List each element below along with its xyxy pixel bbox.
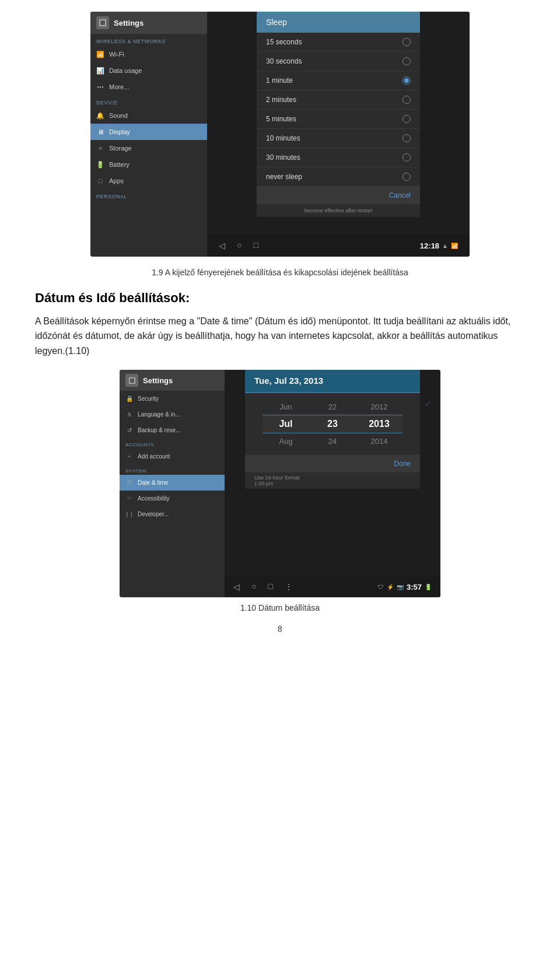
sidebar-apps-label: Apps [109, 177, 124, 184]
page-container: Settings WIRELESS & NETWORKS 📶 Wi-Fi 📊 D… [0, 0, 560, 668]
nav-icons-2: 🛡 ⚡ 📷 3:57 🔋 [378, 583, 432, 591]
nav-bar-2: ◁ ○ □ ⋮ 🛡 ⚡ 📷 3:57 🔋 [225, 576, 440, 597]
sidebar-item-sound[interactable]: 🔔 Sound [90, 107, 207, 124]
day-column[interactable]: 22 23 24 [309, 399, 356, 449]
accessibility-icon: ☞ [125, 495, 133, 502]
settings-sidebar-1: Settings WIRELESS & NETWORKS 📶 Wi-Fi 📊 D… [90, 12, 207, 257]
date-picker-footer: Done [245, 455, 420, 472]
android-screenshot-2: Settings 🔒 Security A Language & in... ↺… [120, 370, 440, 597]
menu-button-2[interactable]: ⋮ [285, 582, 293, 592]
day-next: 24 [309, 433, 356, 449]
sidebar-item-storage[interactable]: ≡ Storage [90, 140, 207, 156]
year-column[interactable]: 2012 2013 2014 [356, 399, 402, 449]
nav-left-buttons-2: ◁ ○ □ ⋮ [233, 582, 293, 592]
sleep-radio-15s [402, 38, 411, 46]
sidebar-item-wifi[interactable]: 📶 Wi-Fi [90, 46, 207, 62]
sidebar-item-language[interactable]: A Language & in... [120, 407, 225, 422]
sidebar-battery-label: Battery [109, 161, 130, 168]
settings-title-1: Settings [114, 19, 144, 27]
sleep-option-30s[interactable]: 30 seconds [257, 52, 420, 71]
day-curr: 23 [309, 415, 356, 433]
sleep-radio-10m [402, 134, 411, 142]
recents-button-2[interactable]: □ [268, 582, 272, 592]
sidebar-display-label: Display [109, 128, 130, 135]
home-button-2[interactable]: ○ [251, 582, 256, 592]
sidebar-item-backup[interactable]: ↺ Backup & rese... [120, 422, 225, 438]
month-column[interactable]: Jun Jul Aug [262, 399, 309, 449]
sidebar-more-label: More... [109, 83, 129, 90]
back-button-2[interactable]: ◁ [233, 582, 240, 592]
year-curr: 2013 [356, 415, 402, 433]
sleep-radio-2m [402, 96, 411, 104]
date-done-button[interactable]: Done [394, 460, 411, 468]
sidebar-item-battery[interactable]: 🔋 Battery [90, 156, 207, 173]
sidebar-item-datetime[interactable]: ⏱ Date & time [120, 475, 225, 491]
nav-time-1: 12:18 [420, 241, 439, 250]
sidebar-accessibility-label: Accessibility [138, 495, 169, 502]
sidebar-security-label: Security [138, 395, 159, 402]
sidebar-wifi-label: Wi-Fi [109, 51, 124, 58]
battery-status-icon: 🔋 [425, 584, 432, 590]
sleep-dialog-box: Sleep 15 seconds 30 seconds 1 minute [257, 12, 420, 217]
sidebar-item-add-account[interactable]: + Add account [120, 449, 225, 464]
sidebar-item-apps[interactable]: □ Apps [90, 173, 207, 189]
wifi-icon: 📶 [96, 50, 104, 58]
nav-left-buttons-1: ◁ ○ □ [219, 241, 258, 251]
sleep-option-30m[interactable]: 30 minutes [257, 148, 420, 167]
sleep-option-never[interactable]: never sleep [257, 167, 420, 187]
backup-icon: ↺ [125, 426, 133, 434]
settings-main-1: Sleep 15 seconds 30 seconds 1 minute [207, 12, 470, 257]
month-next: Aug [262, 433, 309, 449]
sidebar-item-accessibility[interactable]: ☞ Accessibility [120, 491, 225, 506]
back-button-1[interactable]: ◁ [219, 241, 225, 251]
recents-button-1[interactable]: □ [253, 241, 258, 251]
sidebar-item-developer[interactable]: { } Developer... [120, 506, 225, 522]
sidebar-sound-label: Sound [109, 112, 128, 119]
date-picker-header: Tue, Jul 23, 2013 [245, 370, 420, 393]
android-screenshot-1: Settings WIRELESS & NETWORKS 📶 Wi-Fi 📊 D… [90, 12, 470, 257]
sleep-option-2m[interactable]: 2 minutes [257, 90, 420, 110]
sleep-option-30m-label: 30 minutes [266, 153, 300, 162]
month-curr: Jul [262, 415, 309, 433]
sidebar-item-data-usage[interactable]: 📊 Data usage [90, 62, 207, 79]
sidebar-datetime-label: Date & time [138, 479, 168, 486]
shield-status-icon: 🛡 [378, 584, 384, 590]
sleep-cancel-button[interactable]: Cancel [389, 191, 411, 199]
sleep-dialog-footer: Cancel [257, 187, 420, 204]
sleep-option-2m-label: 2 minutes [266, 96, 296, 104]
section-heading-datetime: Dátum és Idő beállítások: [35, 290, 525, 306]
sleep-radio-never [402, 173, 411, 181]
sleep-option-1m-label: 1 minute [266, 76, 293, 85]
section-system-2: SYSTEM [120, 464, 225, 475]
sidebar-backup-label: Backup & rese... [138, 427, 180, 433]
security-icon: 🔒 [125, 395, 133, 402]
sleep-radio-30m [402, 153, 411, 162]
sleep-option-10m-label: 10 minutes [266, 134, 300, 142]
sidebar-language-label: Language & in... [138, 411, 180, 418]
date-picker-columns: Jun Jul Aug 22 23 24 [245, 393, 420, 455]
sleep-option-15s[interactable]: 15 seconds [257, 33, 420, 52]
settings-header-bar-1: Settings [90, 12, 207, 34]
sleep-option-1m[interactable]: 1 minute [257, 71, 420, 90]
nav-icons-1: 12:18 ▲ 📶 [420, 241, 458, 250]
sleep-option-5m[interactable]: 5 minutes [257, 110, 420, 129]
screenshot-2-wrapper: Settings 🔒 Security A Language & in... ↺… [35, 370, 525, 597]
sleep-option-10m[interactable]: 10 minutes [257, 129, 420, 148]
sidebar-item-display[interactable]: 🖥 Display [90, 124, 207, 140]
sidebar-item-more[interactable]: ••• More... [90, 79, 207, 95]
home-button-1[interactable]: ○ [237, 241, 242, 251]
battery-icon: 🔋 [96, 160, 104, 169]
sidebar-datausage-label: Data usage [109, 67, 142, 74]
sleep-radio-1m [402, 76, 411, 85]
sleep-option-5m-label: 5 minutes [266, 115, 296, 123]
camera-icon: 📷 [397, 584, 404, 590]
clock-icon: ⏱ [125, 479, 133, 486]
section-wireless: WIRELESS & NETWORKS [90, 34, 207, 46]
sleep-option-never-label: never sleep [266, 173, 302, 181]
sidebar-item-security[interactable]: 🔒 Security [120, 391, 225, 407]
display-icon: 🖥 [96, 128, 104, 136]
sound-icon: 🔔 [96, 111, 104, 120]
day-prev: 22 [309, 399, 356, 415]
settings-title-2: Settings [143, 376, 173, 385]
nav-bar-1: ◁ ○ □ 12:18 ▲ 📶 [207, 234, 470, 257]
